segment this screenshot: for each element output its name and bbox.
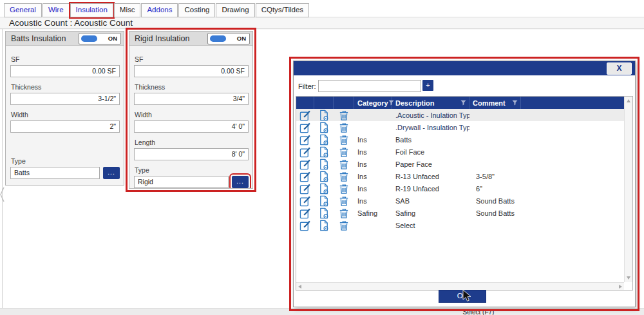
tab-insulation[interactable]: Insulation xyxy=(70,3,113,17)
table-row[interactable]: SafingSafingSound Batts xyxy=(296,207,624,219)
copy-icon[interactable] xyxy=(318,110,330,121)
table-row[interactable]: InsFoil Face xyxy=(296,146,624,158)
scroll-left-icon[interactable] xyxy=(298,285,301,289)
panel-title: Batts Insulation xyxy=(11,34,66,43)
type-input[interactable]: Batts xyxy=(10,167,100,179)
tab-drawing[interactable]: Drawing xyxy=(216,3,254,17)
tab-addons[interactable]: Addons xyxy=(141,3,178,17)
delete-icon[interactable] xyxy=(338,158,350,170)
column-label: Description xyxy=(395,99,435,107)
toggle-state-label: ON xyxy=(237,35,246,42)
filter-funnel-icon[interactable] xyxy=(512,100,518,106)
copy-cell xyxy=(314,110,334,121)
width-input[interactable]: 4' 0" xyxy=(134,120,249,133)
sf-input[interactable]: 0.00 SF xyxy=(10,65,120,77)
dialog-titlebar[interactable]: X xyxy=(294,61,635,75)
delete-icon[interactable] xyxy=(338,171,350,182)
table-row[interactable]: InsPaper Face xyxy=(296,158,624,170)
column-header-category[interactable]: Category xyxy=(354,97,392,109)
edit-icon[interactable] xyxy=(299,171,311,182)
scroll-right-icon[interactable] xyxy=(619,285,622,289)
delete-icon[interactable] xyxy=(338,122,350,133)
delete-icon[interactable] xyxy=(338,220,350,231)
filter-funnel-icon[interactable] xyxy=(460,100,466,106)
delete-icon[interactable] xyxy=(338,183,350,195)
delete-cell xyxy=(334,183,354,195)
thickness-input[interactable]: 3/4" xyxy=(134,93,249,105)
column-header-comment[interactable]: Comment xyxy=(469,97,521,109)
tab-general[interactable]: General xyxy=(4,3,42,17)
copy-cell xyxy=(314,158,334,170)
type-picker-button[interactable]: ... xyxy=(103,167,120,179)
copy-icon[interactable] xyxy=(318,171,330,182)
table-row[interactable]: .Drywall - Insulation Type xyxy=(296,121,624,133)
table-row[interactable]: InsR-19 Unfaced6" xyxy=(296,182,624,195)
type-input[interactable]: Rigid xyxy=(134,176,229,188)
field-label: Thickness xyxy=(11,83,120,91)
table-row[interactable]: Select xyxy=(296,219,624,231)
field-label: Width xyxy=(11,111,120,119)
copy-icon[interactable] xyxy=(318,158,330,170)
edit-icon[interactable] xyxy=(299,146,311,158)
copy-icon[interactable] xyxy=(318,183,330,195)
field-group: Width2" xyxy=(10,111,120,133)
delete-icon[interactable] xyxy=(338,110,350,121)
status-strip xyxy=(0,308,644,315)
edit-icon[interactable] xyxy=(299,110,311,121)
copy-icon[interactable] xyxy=(318,207,330,219)
edit-icon[interactable] xyxy=(299,183,311,195)
sf-input[interactable]: 0.00 SF xyxy=(134,65,249,77)
edit-icon[interactable] xyxy=(299,207,311,219)
tab-wire[interactable]: Wire xyxy=(43,3,70,17)
delete-icon[interactable] xyxy=(338,207,350,219)
edit-icon[interactable] xyxy=(299,134,311,146)
table-row[interactable]: InsSABSound Batts xyxy=(296,195,624,207)
column-header-description[interactable]: Description xyxy=(392,97,469,109)
edit-icon[interactable] xyxy=(299,195,311,207)
copy-icon[interactable] xyxy=(318,220,330,231)
add-button[interactable]: + xyxy=(422,80,433,91)
type-picker-button[interactable]: ... xyxy=(232,176,249,188)
splitter-grip[interactable] xyxy=(0,186,5,204)
edit-icon[interactable] xyxy=(299,158,311,170)
edit-cell xyxy=(296,183,314,195)
table-row[interactable]: .Acoustic - Inulation Type xyxy=(296,109,624,121)
scroll-up-icon[interactable] xyxy=(627,99,630,102)
panel-fields: SF0.00 SFThickness3-1/2"Width2"TypeBatts… xyxy=(6,46,124,179)
comment-cell: Sound Batts xyxy=(469,209,521,217)
batts-on-toggle[interactable]: ON xyxy=(79,33,121,44)
field-group: SF0.00 SF xyxy=(134,55,249,77)
edit-cell xyxy=(296,171,314,182)
close-button[interactable]: X xyxy=(607,62,632,75)
panel-header: Rigid Insulation ON xyxy=(129,32,252,46)
edit-icon[interactable] xyxy=(299,122,311,133)
tab-misc[interactable]: Misc xyxy=(114,3,141,17)
tab-cqtys-tildes[interactable]: CQtys/Tildes xyxy=(256,3,309,17)
edit-cell xyxy=(296,146,314,158)
copy-icon[interactable] xyxy=(318,146,330,158)
length-input[interactable]: 8' 0" xyxy=(134,148,249,160)
field-group: Length8' 0" xyxy=(134,138,249,160)
copy-cell xyxy=(314,207,334,219)
delete-icon[interactable] xyxy=(338,195,350,207)
delete-icon[interactable] xyxy=(338,146,350,158)
delete-icon[interactable] xyxy=(338,134,350,146)
rigid-on-toggle[interactable]: ON xyxy=(207,33,250,44)
scroll-down-icon[interactable] xyxy=(627,276,630,280)
horizontal-scrollbar[interactable] xyxy=(296,282,624,290)
table-row[interactable]: InsR-13 Unfaced3-5/8" xyxy=(296,170,624,182)
table-row[interactable]: InsBatts xyxy=(296,133,624,146)
category-cell: Ins xyxy=(354,136,392,144)
filter-input[interactable] xyxy=(318,80,421,92)
thickness-input[interactable]: 3-1/2" xyxy=(10,93,120,105)
edit-icon[interactable] xyxy=(299,220,311,231)
panel-header: Batts Insulation ON xyxy=(6,32,124,46)
delete-cell xyxy=(334,110,354,121)
width-input[interactable]: 2" xyxy=(10,120,120,133)
field-label: SF xyxy=(11,55,120,63)
copy-icon[interactable] xyxy=(318,195,330,207)
vertical-scrollbar[interactable] xyxy=(624,97,632,282)
copy-icon[interactable] xyxy=(318,122,330,133)
copy-icon[interactable] xyxy=(318,134,330,146)
tab-costing[interactable]: Costing xyxy=(178,3,215,17)
